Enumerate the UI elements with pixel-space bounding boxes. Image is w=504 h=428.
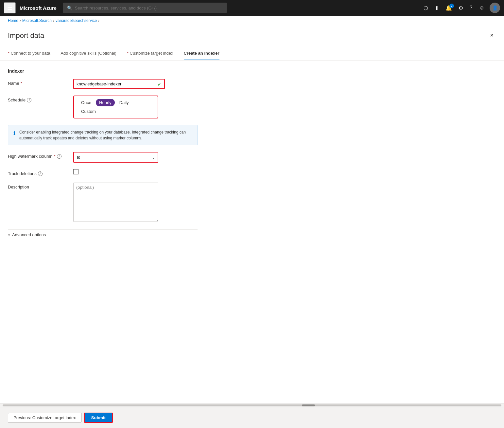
breadcrumb-sep-1: ›	[20, 18, 21, 23]
back-button[interactable]: Previous: Customize target index	[8, 413, 81, 422]
track-deletions-field: Track deletions i	[8, 169, 221, 176]
main-content: Indexer Name * ✓ Schedule i	[0, 61, 229, 248]
info-banner-text: Consider enabling integrated change trac…	[19, 129, 192, 141]
search-bar[interactable]: 🔍	[63, 3, 227, 13]
check-icon: ✓	[157, 81, 162, 87]
name-input-wrapper: ✓	[73, 79, 165, 89]
track-deletions-info-icon[interactable]: i	[38, 171, 43, 176]
schedule-custom-btn[interactable]: Custom	[78, 108, 99, 115]
smiley-icon: ☺	[479, 5, 484, 10]
breadcrumb-microsoft-search[interactable]: Microsoft.Search	[22, 18, 52, 23]
topbar: ☰ Microsoft Azure 🔍 ⬡ ⬆ 🔔 7 ⚙ ? ☺ 👤	[0, 0, 504, 16]
name-required-star: *	[21, 81, 22, 86]
advanced-options[interactable]: ∨ Advanced options	[8, 229, 198, 240]
tab-customize-index[interactable]: Customize target index	[127, 48, 173, 60]
scrollbar-thumb[interactable]	[302, 404, 315, 406]
hamburger-menu[interactable]: ☰	[4, 2, 16, 13]
track-deletions-label: Track deletions i	[8, 169, 73, 176]
feedback-button[interactable]: ☺	[477, 3, 487, 13]
chevron-down-icon: ∨	[8, 233, 10, 237]
schedule-daily-btn[interactable]: Daily	[116, 99, 132, 106]
breadcrumb-sep-3: ›	[98, 18, 99, 23]
brand-logo: Microsoft Azure	[20, 5, 57, 11]
upload-button[interactable]: ⬆	[432, 3, 442, 13]
page-title: Import data	[8, 31, 44, 40]
avatar[interactable]: 👤	[490, 3, 500, 13]
gear-icon: ⚙	[459, 5, 463, 11]
schedule-once-btn[interactable]: Once	[78, 99, 95, 106]
search-icon: 🔍	[67, 6, 72, 10]
tab-connect-data[interactable]: Connect to your data	[8, 48, 50, 60]
schedule-field: Schedule i Once Hourly Daily Custom	[8, 96, 221, 118]
notifications-button[interactable]: 🔔 7	[443, 3, 455, 13]
help-button[interactable]: ?	[467, 3, 475, 13]
high-watermark-required-star: *	[54, 154, 56, 159]
section-title: Indexer	[8, 68, 221, 74]
name-label: Name *	[8, 79, 73, 86]
search-input[interactable]	[75, 6, 223, 10]
terminal-icon: ⬡	[424, 5, 428, 11]
high-watermark-select[interactable]: Id	[74, 152, 158, 162]
breadcrumb-home[interactable]: Home	[8, 18, 18, 23]
tab-cognitive-skills[interactable]: Add cognitive skills (Optional)	[61, 48, 116, 60]
wizard-tabs: Connect to your data Add cognitive skill…	[0, 40, 504, 61]
close-button[interactable]: ×	[487, 31, 496, 40]
breadcrumb: Home › Microsoft.Search › vanarsdelsearc…	[0, 16, 504, 26]
description-textarea[interactable]	[73, 183, 158, 222]
page-header: Import data ··· ×	[0, 26, 504, 40]
info-banner: ℹ Consider enabling integrated change tr…	[8, 125, 198, 145]
schedule-group: Once Hourly Daily Custom	[73, 96, 158, 118]
avatar-image: 👤	[492, 5, 498, 10]
track-deletions-checkbox-wrapper	[73, 169, 221, 174]
scrollbar-track	[3, 404, 501, 406]
page-title-row: Import data ···	[8, 31, 51, 40]
help-icon: ?	[470, 5, 473, 10]
info-banner-icon: ℹ	[13, 130, 15, 136]
high-watermark-label: High watermark column * i	[8, 152, 73, 159]
description-control-wrapper	[73, 183, 221, 223]
high-watermark-field: High watermark column * i Id ⌄	[8, 152, 221, 163]
bottom-bar: Previous: Customize target index Submit	[0, 407, 504, 427]
terminal-button[interactable]: ⬡	[421, 3, 431, 13]
breadcrumb-sep-2: ›	[53, 18, 54, 23]
description-field: Description	[8, 183, 221, 223]
schedule-label: Schedule i	[8, 96, 73, 102]
tab-create-indexer[interactable]: Create an indexer	[184, 48, 219, 60]
page-options-button[interactable]: ···	[47, 33, 51, 38]
high-watermark-control-wrapper: Id ⌄	[73, 152, 221, 163]
settings-button[interactable]: ⚙	[456, 3, 466, 13]
name-control-wrapper: ✓	[73, 79, 221, 89]
track-deletions-control-wrapper	[73, 169, 221, 174]
submit-button[interactable]: Submit	[84, 413, 113, 423]
topbar-actions: ⬡ ⬆ 🔔 7 ⚙ ? ☺ 👤	[421, 3, 500, 13]
track-deletions-checkbox[interactable]	[73, 169, 78, 174]
page-wrapper: Import data ··· × Connect to your data A…	[0, 26, 504, 427]
description-label: Description	[8, 183, 73, 189]
horizontal-scrollbar[interactable]	[0, 403, 504, 407]
breadcrumb-service[interactable]: vanarsdelsearchservice	[56, 18, 97, 23]
schedule-info-icon[interactable]: i	[27, 98, 31, 102]
schedule-hourly-btn[interactable]: Hourly	[96, 99, 115, 106]
scroll-area[interactable]: Indexer Name * ✓ Schedule i	[0, 61, 504, 248]
notification-badge: 7	[449, 4, 454, 8]
upload-icon: ⬆	[435, 5, 439, 11]
high-watermark-info-icon[interactable]: i	[57, 154, 61, 159]
schedule-control-wrapper: Once Hourly Daily Custom	[73, 96, 221, 118]
advanced-options-label: Advanced options	[12, 232, 46, 237]
high-watermark-dropdown-wrapper: Id ⌄	[73, 152, 158, 163]
name-input[interactable]	[74, 80, 152, 88]
name-field: Name * ✓	[8, 79, 221, 89]
